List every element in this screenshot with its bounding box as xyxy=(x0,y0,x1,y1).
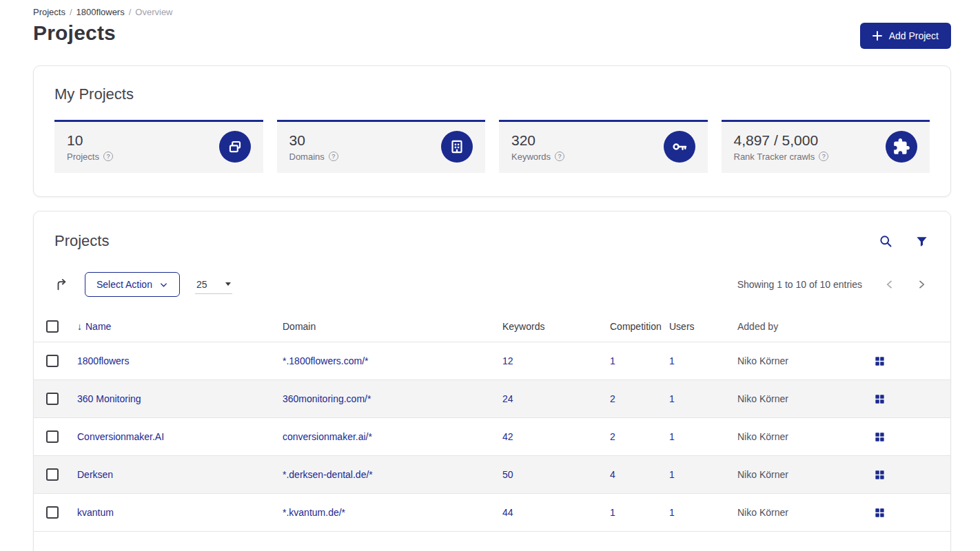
project-users-link[interactable]: 1 xyxy=(669,431,737,442)
project-competition-link[interactable]: 4 xyxy=(610,469,669,480)
stat-projects-value: 10 xyxy=(67,132,113,149)
projects-table-card: Projects xyxy=(33,211,951,551)
project-users-link[interactable]: 1 xyxy=(669,393,737,404)
row-checkbox[interactable] xyxy=(46,393,59,405)
grid-actions-icon[interactable] xyxy=(875,508,885,518)
my-projects-title: My Projects xyxy=(54,85,930,103)
stat-domains: 30 Domains ? xyxy=(277,120,486,173)
table-row: 1800flowers *.1800flowers.com/* 12 1 1 N… xyxy=(34,342,950,380)
crawls-icon xyxy=(886,131,917,163)
chevron-right-icon[interactable] xyxy=(916,279,927,290)
project-name-link[interactable]: Conversionmaker.AI xyxy=(77,431,283,442)
project-keywords-link[interactable]: 42 xyxy=(502,431,610,442)
grid-actions-icon[interactable] xyxy=(875,470,885,480)
stat-domains-label: Domains xyxy=(289,152,325,162)
column-header-name[interactable]: ↓ Name xyxy=(77,321,283,332)
column-header-keywords[interactable]: Keywords xyxy=(502,321,610,332)
stat-projects-label: Projects xyxy=(67,152,99,162)
keywords-icon xyxy=(664,131,695,163)
project-keywords-link[interactable]: 50 xyxy=(502,469,610,480)
select-action-button[interactable]: Select Action xyxy=(85,272,180,297)
added-by-label: Niko Körner xyxy=(737,469,875,480)
table-toolbar: Select Action 25 Showing 1 to 10 of 10 e… xyxy=(34,254,950,311)
grid-actions-icon[interactable] xyxy=(875,356,885,366)
project-competition-link[interactable]: 1 xyxy=(610,355,669,366)
stat-domains-value: 30 xyxy=(289,132,338,149)
added-by-label: Niko Körner xyxy=(737,355,875,366)
select-all-checkbox[interactable] xyxy=(46,320,59,333)
page-header: Projects Add Project xyxy=(33,21,951,49)
project-users-link[interactable]: 1 xyxy=(669,469,737,480)
chevron-left-icon[interactable] xyxy=(884,279,895,290)
stat-keywords-value: 320 xyxy=(511,132,564,149)
table-row: kvantum *.kvantum.de/* 44 1 1 Niko Körne… xyxy=(34,494,950,532)
added-by-label: Niko Körner xyxy=(737,431,875,442)
help-icon[interactable]: ? xyxy=(329,152,338,161)
project-competition-link[interactable]: 2 xyxy=(610,393,669,404)
project-name-link[interactable]: 360 Monitoring xyxy=(77,393,283,404)
export-icon[interactable] xyxy=(54,277,70,292)
breadcrumb-overview: Overview xyxy=(135,7,172,17)
project-users-link[interactable]: 1 xyxy=(669,355,737,366)
breadcrumb: Projects / 1800flowers / Overview xyxy=(33,7,951,17)
table-row: Derksen *.derksen-dental.de/* 50 4 1 Nik… xyxy=(34,456,950,494)
stat-keywords: 320 Keywords ? xyxy=(499,120,708,173)
project-domain-link[interactable]: *.kvantum.de/* xyxy=(283,507,502,518)
column-header-domain[interactable]: Domain xyxy=(283,321,502,332)
pagination-status: Showing 1 to 10 of 10 entries xyxy=(737,279,862,290)
breadcrumb-separator: / xyxy=(129,7,132,17)
stat-crawls-label: Rank Tracker crawls xyxy=(734,152,815,162)
row-checkbox[interactable] xyxy=(46,506,59,519)
breadcrumb-projects[interactable]: Projects xyxy=(33,7,65,17)
project-keywords-link[interactable]: 44 xyxy=(502,507,610,518)
project-competition-link[interactable]: 1 xyxy=(610,507,669,518)
stats-row: 10 Projects ? 30 Domai xyxy=(54,120,930,173)
page-size-value: 25 xyxy=(196,279,207,290)
breadcrumb-separator: / xyxy=(70,7,72,17)
project-domain-link[interactable]: 360monitoring.com/* xyxy=(283,393,502,404)
added-by-label: Niko Körner xyxy=(737,393,875,404)
grid-actions-icon[interactable] xyxy=(875,432,885,442)
row-checkbox[interactable] xyxy=(46,355,59,367)
table-header-row: ↓ Name Domain Keywords Competition Users… xyxy=(34,311,950,342)
stat-projects: 10 Projects ? xyxy=(54,120,263,173)
page-title: Projects xyxy=(33,21,116,45)
projects-icon xyxy=(219,131,251,163)
add-project-label: Add Project xyxy=(889,30,939,41)
project-domain-link[interactable]: conversionmaker.ai/* xyxy=(283,431,502,442)
table-card-header: Projects xyxy=(34,211,950,254)
help-icon[interactable]: ? xyxy=(819,152,828,161)
sort-desc-icon: ↓ xyxy=(77,321,82,332)
project-name-link[interactable]: Derksen xyxy=(77,469,283,480)
project-users-link[interactable]: 1 xyxy=(669,507,737,518)
stat-crawls: 4,897 / 5,000 Rank Tracker crawls ? xyxy=(722,120,930,173)
project-name-link[interactable]: kvantum xyxy=(77,507,283,518)
plus-icon xyxy=(872,31,882,41)
project-domain-link[interactable]: *.derksen-dental.de/* xyxy=(283,469,502,480)
column-header-added-by[interactable]: Added by xyxy=(737,321,875,332)
row-checkbox[interactable] xyxy=(46,468,59,481)
project-name-link[interactable]: 1800flowers xyxy=(77,355,283,366)
chevron-down-icon xyxy=(159,280,168,289)
grid-actions-icon[interactable] xyxy=(875,394,885,404)
project-keywords-link[interactable]: 24 xyxy=(502,393,610,404)
column-header-users[interactable]: Users xyxy=(669,321,737,332)
domains-icon xyxy=(441,131,473,163)
help-icon[interactable]: ? xyxy=(103,152,113,161)
row-checkbox[interactable] xyxy=(46,430,59,443)
my-projects-card: My Projects 10 Projects ? xyxy=(33,65,951,197)
search-icon[interactable] xyxy=(879,234,893,249)
filter-icon[interactable] xyxy=(915,235,928,248)
project-keywords-link[interactable]: 12 xyxy=(502,355,610,366)
breadcrumb-1800flowers[interactable]: 1800flowers xyxy=(76,7,125,17)
caret-down-icon xyxy=(225,282,231,286)
column-header-competition[interactable]: Competition xyxy=(610,321,669,332)
project-domain-link[interactable]: *.1800flowers.com/* xyxy=(283,355,502,366)
project-competition-link[interactable]: 2 xyxy=(610,431,669,442)
add-project-button[interactable]: Add Project xyxy=(860,23,951,49)
stat-crawls-value: 4,897 / 5,000 xyxy=(734,132,829,149)
stat-keywords-label: Keywords xyxy=(511,152,551,162)
page-size-select[interactable]: 25 xyxy=(195,275,232,294)
help-icon[interactable]: ? xyxy=(555,152,564,161)
table-row: 360 Monitoring 360monitoring.com/* 24 2 … xyxy=(34,380,950,418)
